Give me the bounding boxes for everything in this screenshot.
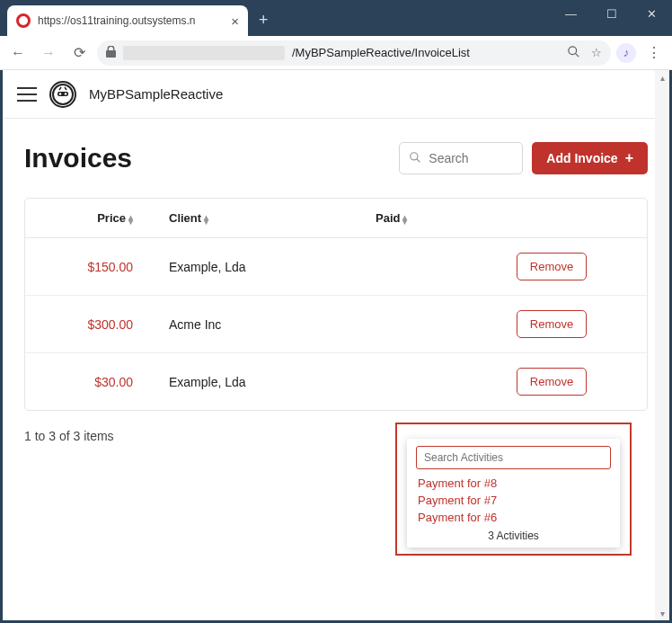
- app-name: MyBPSampleReactive: [89, 86, 223, 102]
- svg-point-0: [569, 46, 577, 54]
- browser-profile-icon[interactable]: ♪: [616, 43, 636, 63]
- hamburger-menu-icon[interactable]: [17, 87, 37, 102]
- table-row: $150.00 Example, Lda Remove: [25, 238, 647, 296]
- address-bar[interactable]: /MyBPSampleReactive/InvoiceList ☆: [97, 40, 611, 66]
- sort-icon: ▴▾: [128, 215, 133, 224]
- activity-item[interactable]: Payment for #7: [407, 492, 620, 509]
- cell-price: $150.00: [25, 238, 169, 296]
- sort-icon: ▴▾: [402, 215, 407, 224]
- page-viewport: ▴ ▾ MyBPSampleReactive Invoices Add Invo…: [3, 70, 669, 620]
- col-header-client[interactable]: Client▴▾: [169, 199, 376, 238]
- url-host-redacted: [123, 46, 285, 60]
- taskbox-popover: Payment for #8 Payment for #7 Payment fo…: [407, 439, 620, 547]
- activity-item[interactable]: Payment for #6: [407, 509, 620, 526]
- svg-point-4: [59, 93, 62, 95]
- svg-point-6: [411, 152, 418, 159]
- col-header-paid[interactable]: Paid▴▾: [376, 199, 474, 238]
- search-input-wrapper[interactable]: [399, 142, 523, 174]
- search-input[interactable]: [429, 151, 513, 165]
- tab-close-icon[interactable]: ×: [231, 13, 239, 29]
- remove-button[interactable]: Remove: [517, 368, 587, 396]
- window-close-button[interactable]: ✕: [632, 0, 672, 27]
- page-title: Invoices: [24, 143, 132, 174]
- new-tab-button[interactable]: +: [259, 11, 269, 30]
- browser-tab[interactable]: https://os11training.outsystems.n ×: [7, 5, 248, 36]
- remove-button[interactable]: Remove: [517, 253, 587, 280]
- svg-point-5: [65, 93, 67, 95]
- browser-menu-button[interactable]: ⋮: [641, 40, 667, 66]
- activity-count: 3 Activities: [407, 526, 620, 542]
- svg-line-1: [575, 53, 579, 57]
- url-path: /MyBPSampleReactive/InvoiceList: [292, 46, 470, 59]
- add-invoice-label: Add Invoice: [546, 151, 617, 165]
- sort-icon: ▴▾: [204, 215, 208, 224]
- vertical-scrollbar[interactable]: ▴ ▾: [655, 70, 669, 620]
- search-icon: [409, 151, 421, 166]
- tab-title: https://os11training.outsystems.n: [38, 14, 225, 27]
- svg-line-7: [417, 158, 420, 162]
- scroll-down-icon[interactable]: ▾: [655, 606, 669, 620]
- col-header-price[interactable]: Price▴▾: [25, 199, 169, 238]
- browser-toolbar: ← → ⟳ /MyBPSampleReactive/InvoiceList ☆ …: [0, 36, 672, 70]
- nav-back-button[interactable]: ←: [5, 40, 31, 66]
- table-row: $30.00 Example, Lda Remove: [25, 353, 647, 411]
- invoice-table: Price▴▾ Client▴▾ Paid▴▾ $150.00 Example,…: [24, 198, 648, 411]
- add-invoice-button[interactable]: Add Invoice +: [532, 142, 648, 174]
- window-maximize-button[interactable]: ☐: [591, 0, 632, 27]
- cell-client: Example, Lda: [169, 238, 376, 296]
- scroll-up-icon[interactable]: ▴: [655, 70, 669, 85]
- cell-price: $300.00: [25, 296, 169, 353]
- tab-favicon-icon: [16, 13, 31, 28]
- remove-button[interactable]: Remove: [517, 310, 587, 338]
- activity-item[interactable]: Payment for #8: [407, 475, 620, 492]
- lock-icon: [106, 46, 116, 60]
- search-in-omnibox-icon[interactable]: [567, 45, 580, 61]
- cell-client: Acme Inc: [169, 296, 376, 353]
- taskbox-search-input[interactable]: [416, 446, 611, 469]
- cell-client: Example, Lda: [169, 353, 376, 411]
- cell-price: $30.00: [25, 353, 169, 411]
- plus-icon: +: [625, 150, 633, 166]
- window-titlebar: https://os11training.outsystems.n × + — …: [0, 0, 672, 36]
- bookmark-star-icon[interactable]: ☆: [591, 46, 602, 59]
- nav-forward-button[interactable]: →: [36, 40, 61, 66]
- app-header: MyBPSampleReactive: [3, 70, 669, 119]
- window-minimize-button[interactable]: —: [551, 0, 591, 27]
- nav-reload-button[interactable]: ⟳: [66, 40, 92, 66]
- app-logo-icon: [49, 81, 76, 108]
- table-row: $300.00 Acme Inc Remove: [25, 296, 647, 353]
